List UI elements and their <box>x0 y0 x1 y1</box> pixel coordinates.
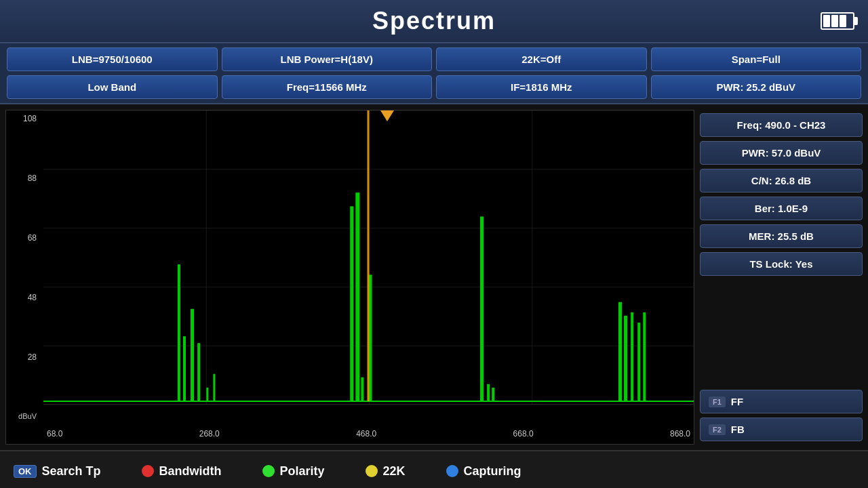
spectrum-svg <box>43 110 694 405</box>
y-axis: 108 88 68 48 28 dBuV <box>6 110 43 424</box>
band-button[interactable]: Low Band <box>7 75 218 99</box>
svg-rect-17 <box>350 206 353 401</box>
svg-rect-28 <box>637 323 640 401</box>
ok-badge: OK <box>14 465 37 478</box>
y-label-108: 108 <box>9 114 40 123</box>
main-content: 108 88 68 48 28 dBuV <box>0 104 868 450</box>
spectrum-chart[interactable]: 108 88 68 48 28 dBuV <box>5 110 694 445</box>
svg-rect-12 <box>183 336 186 401</box>
svg-rect-26 <box>624 316 627 401</box>
bottom-bar: OK Search Tp Bandwidth Polarity 22K Capt… <box>0 450 868 488</box>
svg-rect-27 <box>631 312 633 401</box>
f-buttons: F1 FF F2 FB <box>700 390 863 441</box>
svg-rect-21 <box>367 110 369 401</box>
svg-rect-15 <box>206 388 208 401</box>
bandwidth-dot <box>142 465 154 477</box>
svg-rect-19 <box>361 378 363 401</box>
span-button[interactable]: Span=Full <box>651 47 862 71</box>
svg-rect-16 <box>213 374 215 401</box>
ts-lock-info: TS Lock: Yes <box>700 252 863 276</box>
f2-button[interactable]: F2 FB <box>700 418 863 441</box>
f1-key: F1 <box>709 396 726 407</box>
bandwidth-label: Bandwidth <box>159 464 222 479</box>
x-label-268: 268.0 <box>199 429 220 439</box>
svg-rect-18 <box>355 192 359 401</box>
x-label-468: 468.0 <box>356 429 376 439</box>
svg-rect-11 <box>178 264 180 401</box>
y-label-28: 28 <box>9 352 40 362</box>
bandwidth-item[interactable]: Bandwidth <box>121 464 242 479</box>
svg-rect-23 <box>487 384 490 401</box>
f1-label: FF <box>731 396 743 407</box>
lnb-power-button[interactable]: LNB Power=H(18V) <box>222 47 433 71</box>
y-label-88: 88 <box>9 174 40 183</box>
search-tp-label: Search Tp <box>42 464 101 479</box>
lnb-button[interactable]: LNB=9750/10600 <box>7 47 218 71</box>
capturing-label: Capturing <box>464 464 521 479</box>
polarity-dot <box>262 465 275 477</box>
info-panel: Freq: 490.0 - CH23 PWR: 57.0 dBuV C/N: 2… <box>700 110 863 445</box>
page-title: Spectrum <box>372 7 496 35</box>
svg-rect-13 <box>191 309 194 401</box>
22k-label: 22K <box>383 464 406 479</box>
ber-info: Ber: 1.0E-9 <box>700 197 863 220</box>
svg-rect-24 <box>492 388 494 401</box>
pwr-info: PWR: 57.0 dBuV <box>700 141 863 165</box>
capturing-dot <box>446 465 458 477</box>
battery-icon <box>821 12 854 30</box>
svg-rect-25 <box>618 302 622 401</box>
controls-bar: LNB=9750/10600 LNB Power=H(18V) 22K=Off … <box>0 43 868 104</box>
svg-rect-14 <box>197 343 200 401</box>
header: Spectrum <box>0 0 868 43</box>
x-label-68: 68.0 <box>47 429 62 439</box>
mer-info: MER: 25.5 dB <box>700 224 863 248</box>
y-label-68: 68 <box>9 233 40 243</box>
if-button[interactable]: IF=1816 MHz <box>436 75 647 99</box>
svg-rect-22 <box>480 216 484 401</box>
search-tp-item[interactable]: OK Search Tp <box>14 464 121 479</box>
freq-button[interactable]: Freq=11566 MHz <box>222 75 433 99</box>
f2-label: FB <box>731 424 745 435</box>
pwr-button[interactable]: PWR: 25.2 dBuV <box>651 75 862 99</box>
cn-info: C/N: 26.8 dB <box>700 169 863 192</box>
tone-button[interactable]: 22K=Off <box>436 47 647 71</box>
f1-button[interactable]: F1 FF <box>700 390 863 413</box>
polarity-item[interactable]: Polarity <box>242 464 345 479</box>
capturing-item[interactable]: Capturing <box>426 464 542 479</box>
22k-dot <box>366 465 378 477</box>
f2-key: F2 <box>709 424 726 435</box>
svg-rect-29 <box>643 312 646 401</box>
x-label-868: 868.0 <box>670 429 690 439</box>
polarity-label: Polarity <box>280 464 325 479</box>
x-label-668: 668.0 <box>513 429 534 439</box>
y-unit: dBuV <box>9 412 40 420</box>
x-axis: 68.0 268.0 468.0 668.0 868.0 <box>43 424 694 444</box>
freq-info: Freq: 490.0 - CH23 <box>700 113 863 137</box>
22k-item[interactable]: 22K <box>345 464 426 479</box>
y-label-48: 48 <box>9 293 40 302</box>
